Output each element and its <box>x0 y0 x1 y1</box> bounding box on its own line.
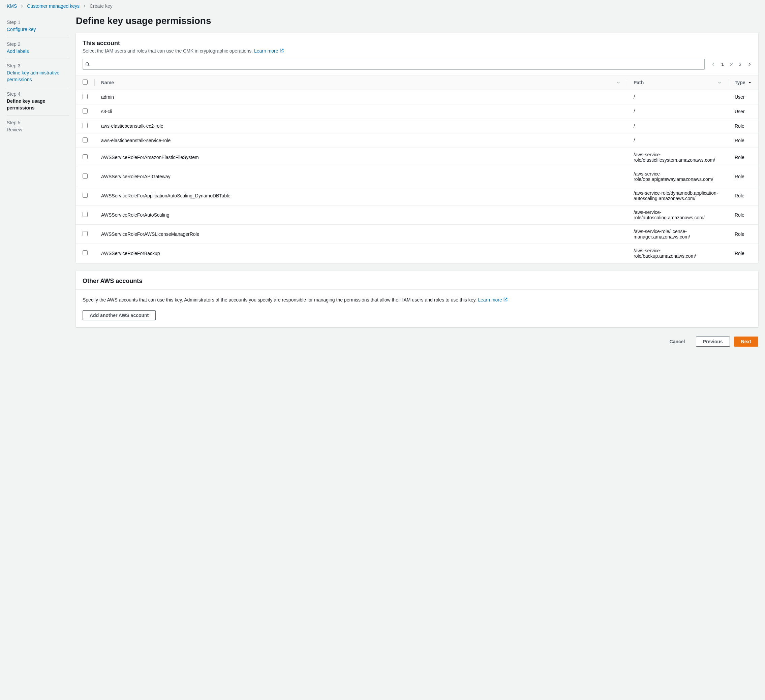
row-checkbox[interactable] <box>83 173 88 179</box>
other-accounts-title: Other AWS accounts <box>83 278 751 285</box>
row-checkbox[interactable] <box>83 137 88 143</box>
page-title: Define key usage permissions <box>76 16 758 26</box>
row-path: / <box>627 104 728 119</box>
external-link-icon <box>504 296 507 304</box>
row-checkbox[interactable] <box>83 212 88 217</box>
row-path: /aws-service-role/license-manager.amazon… <box>627 225 728 244</box>
step-5-label: Step 5 <box>7 120 69 125</box>
row-checkbox[interactable] <box>83 250 88 255</box>
table-row: aws-elasticbeanstalk-service-role/Role <box>76 134 758 148</box>
step-2[interactable]: Step 2 Add labels <box>7 38 69 59</box>
step-3-title: Define key administrative permissions <box>7 70 69 83</box>
breadcrumb-create-key: Create key <box>90 3 113 9</box>
breadcrumb: KMS Customer managed keys Create key <box>0 0 765 12</box>
row-type: Role <box>728 244 758 263</box>
cancel-button[interactable]: Cancel <box>663 337 692 346</box>
wizard-steps: Step 1 Configure key Step 2 Add labels S… <box>0 12 76 693</box>
this-account-title: This account <box>83 40 751 47</box>
step-1[interactable]: Step 1 Configure key <box>7 16 69 38</box>
step-5: Step 5 Review <box>7 116 69 137</box>
table-row: AWSServiceRoleForAutoScaling/aws-service… <box>76 206 758 225</box>
breadcrumb-customer-managed-keys[interactable]: Customer managed keys <box>27 3 80 9</box>
next-button[interactable]: Next <box>734 337 758 347</box>
column-name[interactable]: Name <box>94 76 627 90</box>
pagination-next[interactable] <box>748 62 751 66</box>
this-account-panel: This account Select the IAM users and ro… <box>76 33 758 263</box>
row-name: AWSServiceRoleForAmazonElasticFileSystem <box>94 148 627 167</box>
sort-icon <box>617 80 620 85</box>
row-name: aws-elasticbeanstalk-service-role <box>94 134 627 148</box>
row-path: /aws-service-role/backup.amazonaws.com/ <box>627 244 728 263</box>
row-name: aws-elasticbeanstalk-ec2-role <box>94 119 627 134</box>
add-another-account-button[interactable]: Add another AWS account <box>83 310 156 320</box>
row-checkbox[interactable] <box>83 154 88 159</box>
row-path: /aws-service-role/autoscaling.amazonaws.… <box>627 206 728 225</box>
column-path[interactable]: Path <box>627 76 728 90</box>
table-row: admin/User <box>76 90 758 104</box>
row-path: /aws-service-role/elasticfilesystem.amaz… <box>627 148 728 167</box>
step-2-label: Step 2 <box>7 41 69 47</box>
table-row: AWSServiceRoleForApplicationAutoScaling_… <box>76 186 758 206</box>
row-type: Role <box>728 148 758 167</box>
table-row: aws-elasticbeanstalk-ec2-role/Role <box>76 119 758 134</box>
breadcrumb-kms[interactable]: KMS <box>7 3 17 9</box>
row-path: / <box>627 134 728 148</box>
row-type: Role <box>728 119 758 134</box>
pagination-page-3[interactable]: 3 <box>739 61 741 67</box>
sort-icon <box>718 80 721 85</box>
search-input[interactable] <box>83 59 705 70</box>
pagination: 1 2 3 <box>711 61 751 67</box>
chevron-right-icon <box>20 3 24 9</box>
previous-button[interactable]: Previous <box>696 337 730 347</box>
pagination-page-2[interactable]: 2 <box>730 61 733 67</box>
svg-point-0 <box>86 63 89 65</box>
table-row: s3-cli/User <box>76 104 758 119</box>
row-path: /aws-service-role/dynamodb.application-a… <box>627 186 728 206</box>
learn-more-link[interactable]: Learn more <box>254 48 284 53</box>
step-1-label: Step 1 <box>7 19 69 25</box>
step-4: Step 4 Define key usage permissions <box>7 87 69 116</box>
row-type: Role <box>728 134 758 148</box>
table-row: AWSServiceRoleForAmazonElasticFileSystem… <box>76 148 758 167</box>
row-type: Role <box>728 225 758 244</box>
step-2-title: Add labels <box>7 48 69 55</box>
table-row: AWSServiceRoleForAWSLicenseManagerRole/a… <box>76 225 758 244</box>
row-path: /aws-service-role/ops.apigateway.amazona… <box>627 167 728 186</box>
step-3[interactable]: Step 3 Define key administrative permiss… <box>7 59 69 87</box>
row-name: AWSServiceRoleForBackup <box>94 244 627 263</box>
chevron-right-icon <box>83 3 86 9</box>
principals-table: Name Path <box>76 75 758 263</box>
row-name: AWSServiceRoleForAPIGateway <box>94 167 627 186</box>
step-1-title: Configure key <box>7 26 69 33</box>
learn-more-link[interactable]: Learn more <box>478 296 507 304</box>
table-row: AWSServiceRoleForBackup/aws-service-role… <box>76 244 758 263</box>
row-name: AWSServiceRoleForAutoScaling <box>94 206 627 225</box>
row-name: s3-cli <box>94 104 627 119</box>
row-type: User <box>728 90 758 104</box>
row-checkbox[interactable] <box>83 193 88 198</box>
footer-actions: Cancel Previous Next <box>76 335 758 353</box>
row-name: AWSServiceRoleForApplicationAutoScaling_… <box>94 186 627 206</box>
row-path: / <box>627 90 728 104</box>
row-name: AWSServiceRoleForAWSLicenseManagerRole <box>94 225 627 244</box>
select-all-header <box>76 76 94 90</box>
row-type: Role <box>728 167 758 186</box>
row-name: admin <box>94 90 627 104</box>
table-row: AWSServiceRoleForAPIGateway/aws-service-… <box>76 167 758 186</box>
step-3-label: Step 3 <box>7 63 69 68</box>
sort-desc-icon <box>748 80 751 85</box>
step-5-title: Review <box>7 127 69 134</box>
step-4-label: Step 4 <box>7 91 69 97</box>
this-account-subtitle: Select the IAM users and roles that can … <box>83 48 751 53</box>
row-checkbox[interactable] <box>83 123 88 128</box>
other-accounts-panel: Other AWS accounts Specify the AWS accou… <box>76 271 758 327</box>
row-path: / <box>627 119 728 134</box>
pagination-page-1[interactable]: 1 <box>721 61 724 67</box>
column-type[interactable]: Type <box>728 76 758 90</box>
row-checkbox[interactable] <box>83 94 88 99</box>
select-all-checkbox[interactable] <box>83 80 88 85</box>
pagination-prev[interactable] <box>711 62 715 66</box>
external-link-icon <box>280 48 284 53</box>
row-checkbox[interactable] <box>83 109 88 113</box>
row-checkbox[interactable] <box>83 231 88 236</box>
